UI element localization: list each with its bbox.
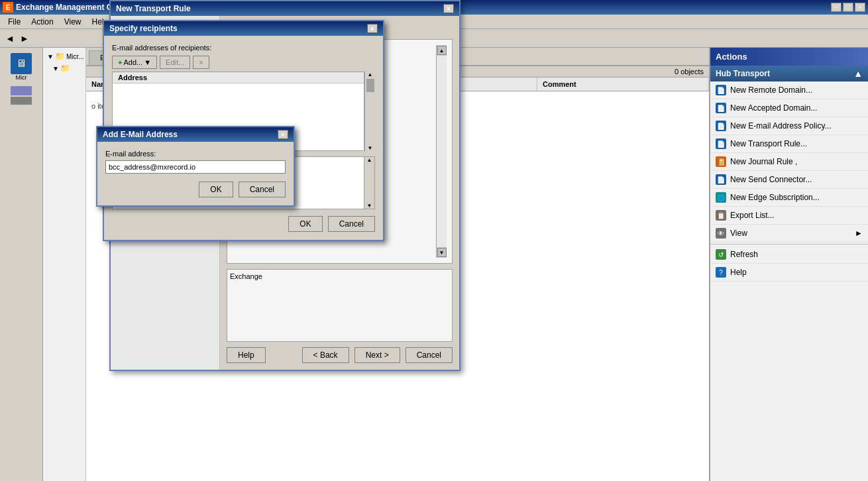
transport-dialog-title: New Transport Rule × <box>111 1 459 16</box>
column-comment: Comment <box>537 78 709 91</box>
objects-count: 0 objects <box>675 68 704 76</box>
sidebar-main-icon: 🖥 <box>11 53 32 74</box>
action-help[interactable]: ? Help <box>710 264 868 282</box>
transport-dialog-title-text: New Transport Rule <box>116 4 191 13</box>
action-new-email-policy-label: New E-mail Address Policy... <box>730 121 832 131</box>
specify-edit-button[interactable]: Edit... <box>160 56 190 69</box>
email-dialog-title-text: Add E-Mail Address <box>103 130 178 139</box>
transport-dialog-close-button[interactable]: × <box>443 4 454 13</box>
action-export-list[interactable]: 📋 Export List... <box>710 207 868 225</box>
specify-dialog-close-button[interactable]: × <box>367 24 378 33</box>
action-new-send-connector[interactable]: 📄 New Send Connector... <box>710 171 868 189</box>
specify-add-button[interactable]: + Add... ▼ <box>112 56 157 69</box>
specify-dialog-title: Specify recipients × <box>104 21 383 36</box>
new-send-connector-icon: 📄 <box>716 174 726 185</box>
actions-subheader-label: Hub Transport <box>716 69 770 78</box>
email-dialog-buttons: OK Cancel <box>105 182 286 197</box>
close-button[interactable]: × <box>855 3 865 12</box>
menu-view[interactable]: View <box>59 16 87 28</box>
specify-ok-button[interactable]: OK <box>288 216 322 232</box>
scroll-up-btn[interactable]: ▲ <box>437 46 447 55</box>
wizard-cancel-button[interactable]: Cancel <box>406 347 453 363</box>
view-arrow: ► <box>855 229 863 238</box>
actions-panel: Actions Hub Transport ▲ 📄 New Remote Dom… <box>709 48 868 481</box>
export-list-icon: 📋 <box>716 210 726 221</box>
specify-toolbar: + Add... ▼ Edit... × <box>112 56 375 69</box>
action-refresh[interactable]: ↺ Refresh <box>710 246 868 264</box>
email-cancel-button[interactable]: Cancel <box>239 182 286 197</box>
wizard-next-button[interactable]: Next > <box>354 347 400 363</box>
action-new-accepted-domain[interactable]: 📄 New Accepted Domain... <box>710 99 868 117</box>
new-email-policy-icon: 📄 <box>716 121 726 131</box>
maximize-button[interactable]: □ <box>843 3 853 12</box>
action-export-list-label: Export List... <box>730 211 775 220</box>
action-view[interactable]: 👁 View ► <box>710 225 868 242</box>
menu-action[interactable]: Action <box>26 16 58 28</box>
wizard-scrollbar[interactable]: ▲ ▼ <box>436 45 447 258</box>
scroll-track <box>437 56 447 247</box>
new-journal-rule-icon: 📔 <box>716 156 726 167</box>
tree-item-root[interactable]: ▼ 📁 Micr... <box>46 50 83 62</box>
address-scrollbar[interactable]: ▲ ▼ <box>364 72 375 151</box>
email-dialog-title: Add E-Mail Address × <box>97 127 294 142</box>
minimize-button[interactable]: ─ <box>831 3 841 12</box>
email-field-label: E-mail address: <box>105 150 286 158</box>
menu-file[interactable]: File <box>3 16 26 28</box>
specify-remove-button[interactable]: × <box>193 56 209 69</box>
sidebar-sub-icon2 <box>11 97 32 105</box>
console-tree: ▼ 📁 Micr... ▼ 📁 <box>43 48 86 481</box>
action-new-edge-subscription-label: New Edge Subscription... <box>730 193 820 202</box>
new-accepted-domain-icon: 📄 <box>716 103 726 113</box>
wizard-buttons: Help < Back Next > Cancel <box>227 347 453 363</box>
email-dialog-close-button[interactable]: × <box>278 130 288 139</box>
add-dropdown-arrow: ▼ <box>144 58 151 66</box>
action-new-journal-rule-label: New Journal Rule , <box>730 157 797 166</box>
forward-button[interactable]: ► <box>17 31 32 46</box>
scroll-down-btn[interactable]: ▼ <box>437 248 447 257</box>
wizard-help-button[interactable]: Help <box>227 347 266 363</box>
add-plus-icon: + <box>118 58 122 66</box>
tree-item-child[interactable]: ▼ 📁 <box>51 62 83 74</box>
action-new-transport-rule[interactable]: 📄 New Transport Rule... <box>710 135 868 153</box>
email-dialog-body: E-mail address: OK Cancel <box>97 142 294 205</box>
addr-scroll-up[interactable]: ▲ <box>368 72 373 78</box>
action-new-journal-rule[interactable]: 📔 New Journal Rule , <box>710 153 868 171</box>
help-icon: ? <box>716 267 726 278</box>
action-help-label: Help <box>730 268 747 277</box>
email-ok-button[interactable]: OK <box>199 182 233 197</box>
sidebar: 🖥 Micr <box>0 48 43 481</box>
action-view-label: View <box>730 229 747 238</box>
action-new-remote-domain-label: New Remote Domain... <box>730 85 812 95</box>
action-new-remote-domain[interactable]: 📄 New Remote Domain... <box>710 81 868 99</box>
addr-scroll-down[interactable]: ▼ <box>368 145 373 151</box>
add-btn-label: Add... <box>123 58 142 66</box>
specify-body-label: E-mail addresses of recipients: <box>112 44 375 52</box>
back-button[interactable]: ◄ <box>3 31 17 46</box>
specify-dialog-title-text: Specify recipients <box>109 24 178 33</box>
bottom-scroll-up[interactable]: ▲ <box>367 157 372 163</box>
action-refresh-label: Refresh <box>730 250 758 259</box>
action-new-edge-subscription[interactable]: 🌐 New Edge Subscription... <box>710 189 868 207</box>
wizard-description-area: Exchange <box>227 269 453 342</box>
specify-cancel-button[interactable]: Cancel <box>328 216 375 232</box>
specify-buttons: OK Cancel <box>112 216 375 232</box>
action-new-email-policy[interactable]: 📄 New E-mail Address Policy... <box>710 117 868 135</box>
title-bar-buttons: ─ □ × <box>831 3 865 12</box>
action-new-send-connector-label: New Send Connector... <box>730 175 812 184</box>
new-remote-domain-icon: 📄 <box>716 85 726 95</box>
sidebar-sub-icon1 <box>11 86 32 95</box>
sidebar-main-label: Micr <box>16 74 27 81</box>
wizard-back-button[interactable]: < Back <box>302 347 349 363</box>
bottom-scroll-down[interactable]: ▼ <box>367 203 372 209</box>
addr-scroll-thumb[interactable] <box>366 79 374 92</box>
actions-header: Actions <box>710 48 868 66</box>
specify-bottom-scrollbar[interactable]: ▲ ▼ <box>364 157 374 209</box>
new-transport-rule-icon: 📄 <box>716 138 726 149</box>
refresh-icon: ↺ <box>716 249 726 260</box>
email-input-field[interactable] <box>105 160 286 174</box>
exchange-mention: Exchange <box>230 272 262 280</box>
sidebar-item-main[interactable]: 🖥 Micr <box>3 50 40 83</box>
action-new-accepted-domain-label: New Accepted Domain... <box>730 103 817 113</box>
app-icon: E <box>3 2 13 13</box>
action-new-transport-rule-label: New Transport Rule... <box>730 139 807 148</box>
